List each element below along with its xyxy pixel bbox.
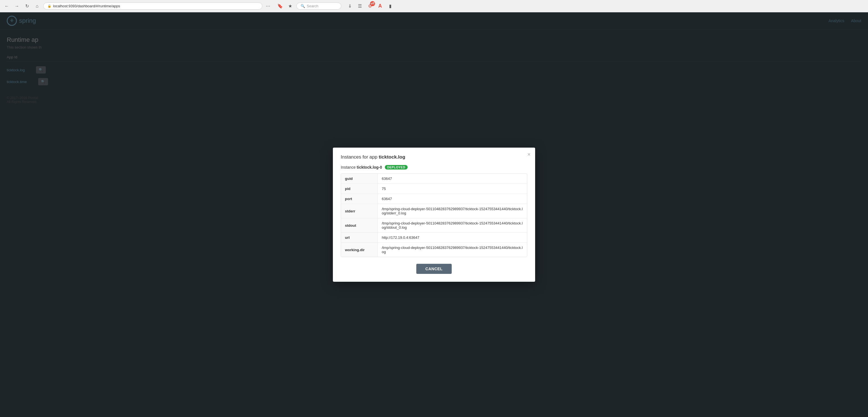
field-label-pid: pid xyxy=(341,184,377,194)
instance-label: Instance ticktock.log-0 xyxy=(341,165,382,170)
field-row-url: url http://172.19.0.4:63647 xyxy=(341,233,527,243)
modal-overlay: × Instances for app ticktock.log Instanc… xyxy=(0,12,868,417)
lock-icon: 🔒 xyxy=(48,4,52,8)
field-value-port: 63647 xyxy=(377,194,527,204)
field-row-pid: pid 75 xyxy=(341,184,527,194)
field-label-stderr: stderr xyxy=(341,204,377,218)
modal-close-button[interactable]: × xyxy=(527,151,531,157)
field-row-working-dir: working.dir /tmp/spring-cloud-deployer-5… xyxy=(341,243,527,257)
field-row-stderr: stderr /tmp/spring-cloud-deployer-501104… xyxy=(341,204,527,218)
field-value-stdout: /tmp/spring-cloud-deployer-5011048283762… xyxy=(377,218,527,232)
search-icon: 🔍 xyxy=(301,4,305,8)
reload-button[interactable]: ↻ xyxy=(23,2,31,10)
instance-name: ticktock.log-0 xyxy=(357,165,382,170)
pocket-icon[interactable]: 🔖 xyxy=(276,2,284,10)
field-value-url: http://172.19.0.4:63647 xyxy=(377,233,527,242)
url-text: localhost:9393/dashboard/#/runtime/apps xyxy=(53,4,258,8)
field-label-port: port xyxy=(341,194,377,204)
field-value-working-dir: /tmp/spring-cloud-deployer-5011048283762… xyxy=(377,243,527,257)
field-value-guid: 63647 xyxy=(377,174,527,183)
bookmark-icon[interactable]: ★ xyxy=(286,2,294,10)
right-browser-icons: ⇓ ☰ ⚙ off A ▮ xyxy=(346,2,394,10)
search-bar[interactable]: 🔍 Search xyxy=(297,3,341,9)
instances-modal: × Instances for app ticktock.log Instanc… xyxy=(333,148,535,282)
instance-header: Instance ticktock.log-0 DEPLOYED xyxy=(341,165,527,170)
field-label-url: url xyxy=(341,233,377,242)
forward-button[interactable]: → xyxy=(13,2,21,10)
back-button[interactable]: ← xyxy=(3,2,11,10)
deployed-badge: DEPLOYED xyxy=(385,165,408,170)
library-icon[interactable]: ☰ xyxy=(356,2,364,10)
sidebar-icon[interactable]: ▮ xyxy=(386,2,394,10)
page-background: ⚘ spring Analytics About Runtime ap This… xyxy=(0,12,868,417)
address-bar[interactable]: 🔒 localhost:9393/dashboard/#/runtime/app… xyxy=(43,3,262,9)
field-row-guid: guid 63647 xyxy=(341,174,527,184)
browser-chrome: ← → ↻ ⌂ 🔒 localhost:9393/dashboard/#/run… xyxy=(0,0,868,12)
profile-icon[interactable]: A xyxy=(376,2,384,10)
notification-badge: off xyxy=(370,1,375,6)
field-value-stderr: /tmp/spring-cloud-deployer-5011048283762… xyxy=(377,204,527,218)
field-row-stdout: stdout /tmp/spring-cloud-deployer-501104… xyxy=(341,218,527,233)
search-placeholder: Search xyxy=(307,4,318,8)
modal-app-name: ticktock.log xyxy=(379,154,405,160)
cancel-button[interactable]: CANCEL xyxy=(416,264,452,274)
browser-icons: 🔖 ★ xyxy=(276,2,294,10)
field-label-stdout: stdout xyxy=(341,218,377,232)
modal-title-prefix: Instances for app xyxy=(341,154,379,160)
fields-table: guid 63647 pid 75 port 63647 stderr /tmp… xyxy=(341,173,527,257)
field-value-pid: 75 xyxy=(377,184,527,194)
download-icon[interactable]: ⇓ xyxy=(346,2,354,10)
field-row-port: port 63647 xyxy=(341,194,527,204)
field-label-working-dir: working.dir xyxy=(341,243,377,257)
home-button[interactable]: ⌂ xyxy=(33,2,41,10)
browser-menu-button[interactable]: ⋯ xyxy=(265,2,272,10)
modal-footer: CANCEL xyxy=(341,264,527,274)
modal-title: Instances for app ticktock.log xyxy=(341,154,527,160)
field-label-guid: guid xyxy=(341,174,377,183)
